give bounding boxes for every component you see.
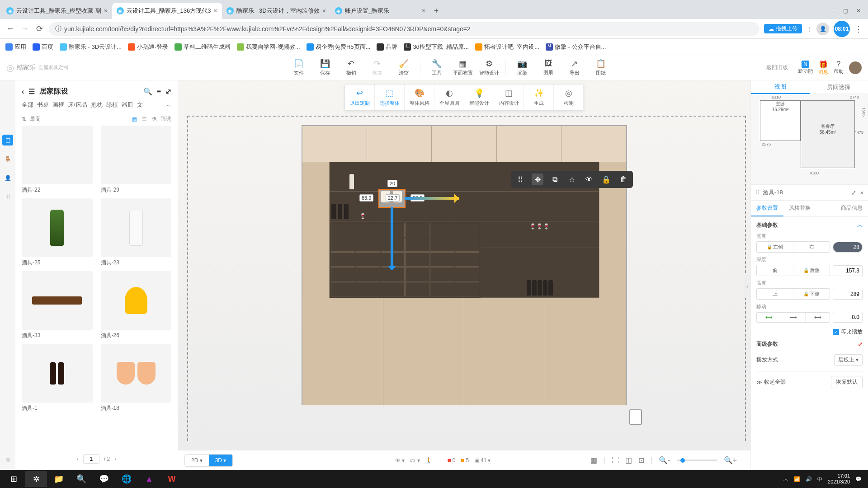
adjust-button[interactable]: ◐全屋调调	[434, 84, 464, 110]
copy-icon[interactable]: ⧉	[549, 174, 561, 185]
hide-icon[interactable]: 👁	[583, 174, 595, 185]
wifi-icon[interactable]: 📶	[794, 476, 800, 482]
tool-clear[interactable]: 🧹清空	[391, 59, 416, 76]
tab-room-select[interactable]: 房间选择	[810, 80, 868, 94]
depth-input[interactable]	[833, 265, 863, 276]
delete-icon[interactable]: 🗑	[618, 174, 629, 185]
forward-button[interactable]: →	[20, 24, 30, 33]
settings-icon[interactable]: ≡	[157, 88, 161, 96]
notifications-icon[interactable]: 💬	[855, 476, 862, 482]
sort-label[interactable]: 最高	[30, 115, 41, 123]
new-tab-button[interactable]: +	[430, 6, 443, 16]
messages-button[interactable]: 🎁消息	[818, 60, 828, 75]
width-input[interactable]	[833, 242, 863, 253]
cabinet-model[interactable]: 🍷 20 83.9 22.7 68.6	[302, 125, 627, 405]
eye-icon[interactable]: 👁 ▾	[395, 457, 405, 464]
lock-icon[interactable]: 🔒	[600, 174, 612, 185]
tab-params[interactable]: 参数设置	[751, 201, 783, 216]
extensions-icon[interactable]: ⋮	[807, 26, 812, 32]
minimap[interactable]: 主卧 16.29m² 客餐厅 58.45m² 6310 2740 2575 41…	[751, 94, 868, 184]
chevron-up-icon[interactable]: ︿	[165, 101, 171, 109]
page-prev-icon[interactable]: ‹	[77, 456, 79, 462]
select-all-button[interactable]: ⬚选择整体	[375, 84, 405, 110]
task-search[interactable]: 🔍	[71, 471, 92, 487]
move-y-arrow[interactable]	[391, 207, 393, 270]
model-card[interactable]: 酒具-26	[101, 271, 172, 339]
tab-style[interactable]: 风格替换	[783, 201, 816, 216]
move-x-arrow[interactable]	[405, 197, 459, 200]
model-card[interactable]: 酒具-22	[22, 126, 93, 194]
browser-tab[interactable]: ◉云设计工具_酷家乐_136方现代3×	[112, 3, 222, 19]
filter-item[interactable]: 器皿	[122, 101, 133, 109]
volume-icon[interactable]: 🔊	[806, 476, 812, 482]
page-next-icon[interactable]: ›	[114, 456, 116, 462]
back-old-link[interactable]: 返回旧版	[766, 64, 788, 71]
page-input[interactable]	[83, 454, 99, 464]
apps-button[interactable]: 应用	[5, 43, 26, 51]
expand-icon[interactable]: ⤢	[851, 189, 856, 196]
bookmark-item[interactable]: 拓者设计吧_室内设...	[475, 43, 539, 51]
expand-adv-icon[interactable]: ⤢	[858, 341, 863, 347]
list-icon[interactable]: ☰	[28, 87, 35, 96]
axis-x-icon[interactable]: ⟷	[781, 313, 806, 322]
collapse-icon[interactable]: ⤢	[165, 87, 171, 96]
upload-badge[interactable]: ☁拖拽上传	[764, 24, 802, 33]
width-anchor[interactable]: 🔒左侧 右	[756, 241, 830, 253]
person-icon[interactable]: 🚶	[425, 457, 432, 464]
tab-product[interactable]: 商品信息	[835, 201, 868, 216]
mode-3d-button[interactable]: 3D ▾	[209, 455, 233, 466]
tool-file[interactable]: 📄文件	[286, 59, 311, 76]
model-card[interactable]: 酒具-33	[22, 271, 93, 339]
collapse-label[interactable]: 收起全部	[764, 378, 786, 386]
fullscreen-icon[interactable]: ⛶	[612, 456, 619, 465]
app-logo[interactable]: ◎ 酷家乐 全屋家具定制	[6, 62, 133, 73]
url-input[interactable]: ⓘ yun.kujiale.com/tool/h5/diy?redirectur…	[49, 22, 760, 36]
task-obs[interactable]: ✲	[25, 471, 47, 487]
chevron-up-icon[interactable]: ︿	[857, 221, 863, 229]
browser-tab[interactable]: ◉酷家乐 - 3D云设计，室内装修效×	[222, 3, 330, 19]
start-button[interactable]: ⊞	[3, 471, 24, 487]
reset-button[interactable]: 恢复默认	[831, 376, 863, 388]
tab-view[interactable]: 视图	[751, 80, 810, 94]
filter-item[interactable]: 文	[137, 101, 143, 109]
rail-furniture-icon[interactable]: 🪑	[2, 154, 13, 164]
filter-label[interactable]: 筛选	[160, 115, 171, 123]
collapse-all-icon[interactable]: ≫	[756, 379, 762, 385]
scale-lock-row[interactable]: ✓ 等比缩放	[756, 326, 863, 340]
rail-library-icon[interactable]: ◫	[2, 135, 13, 145]
close-icon[interactable]: ×	[322, 7, 326, 14]
help-button[interactable]: ?帮助	[834, 60, 844, 75]
axis-y-icon[interactable]: ⟷	[757, 313, 781, 322]
reload-button[interactable]: ⟳	[34, 24, 44, 34]
sort-icon[interactable]: ⇅	[22, 116, 26, 122]
model-card[interactable]: 酒具-29	[101, 126, 172, 194]
ime-indicator[interactable]: 中	[817, 476, 822, 483]
filter-item[interactable]: 画框	[52, 101, 64, 109]
tool-drawing[interactable]: 📋图纸	[588, 59, 613, 76]
bookmark-item[interactable]: 品牌	[377, 43, 397, 51]
stat-info[interactable]: ▣41 ▾	[474, 457, 491, 464]
tool-gallery[interactable]: 🖼图册	[536, 59, 561, 76]
task-wps[interactable]: W	[161, 471, 183, 487]
bookmark-item[interactable]: M微擎 - 公众平台自...	[546, 43, 606, 51]
model-card[interactable]: 酒具-25	[22, 198, 93, 267]
whats-new-button[interactable]: N新功能	[798, 61, 813, 75]
content-button[interactable]: ◫内容设计	[494, 84, 524, 110]
search-icon[interactable]: 🔍	[143, 87, 152, 96]
tool-render[interactable]: 📷渲染	[509, 59, 535, 76]
move-axis[interactable]: ⟷ ⟷ ⟷	[756, 312, 830, 323]
filter-item[interactable]: 全部	[22, 101, 33, 109]
check-button[interactable]: ◎检测	[554, 84, 584, 110]
panel-collapse-handle[interactable]: ›	[744, 275, 750, 298]
model-card[interactable]: 酒具-18	[101, 344, 172, 412]
bookmark-item[interactable]: 易企秀|免费H5页面...	[307, 43, 371, 51]
style-button[interactable]: 🎨整体风格	[405, 84, 434, 110]
viewport-3d[interactable]: 🍷 20 83.9 22.7 68.6	[178, 80, 750, 450]
task-chrome[interactable]: 🌐	[116, 471, 137, 487]
rail-user-icon[interactable]: 👤	[2, 173, 13, 183]
move-input[interactable]	[833, 312, 863, 323]
generate-button[interactable]: ✨生成	[524, 84, 554, 110]
height-anchor[interactable]: 上 🔒下侧	[756, 288, 830, 300]
close-window-icon[interactable]: ✕	[856, 8, 861, 14]
mode-2d-button[interactable]: 2D ▾	[185, 455, 209, 466]
